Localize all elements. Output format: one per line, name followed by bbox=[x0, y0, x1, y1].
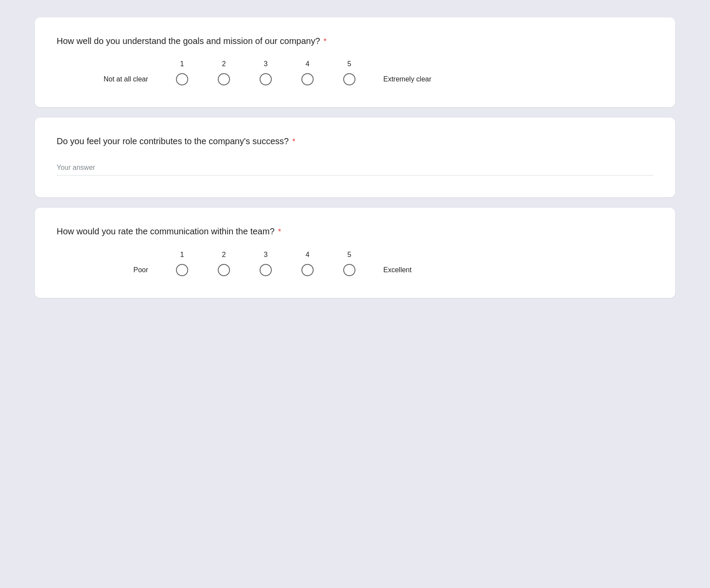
question-card-1: How well do you understand the goals and… bbox=[35, 17, 675, 107]
scale-num-1-2: 2 bbox=[203, 60, 245, 68]
scale-num-3-4: 4 bbox=[287, 251, 328, 259]
radio-option-3-5[interactable] bbox=[328, 264, 370, 276]
question-card-2: Do you feel your role contributes to the… bbox=[35, 118, 675, 197]
scale-options-1: Not at all clear Extremely clear bbox=[65, 73, 431, 85]
radio-circle-1-4[interactable] bbox=[301, 73, 314, 85]
radio-circle-1-2[interactable] bbox=[218, 73, 230, 85]
radio-circle-1-3[interactable] bbox=[260, 73, 272, 85]
scale-options-3: Poor Excellent bbox=[65, 264, 412, 276]
radio-option-3-3[interactable] bbox=[245, 264, 287, 276]
radio-option-3-2[interactable] bbox=[203, 264, 245, 276]
scale-numbers-1: 1 2 3 4 5 bbox=[161, 60, 370, 68]
radio-option-3-4[interactable] bbox=[287, 264, 328, 276]
radio-option-1-4[interactable] bbox=[287, 73, 328, 85]
scale-num-1-3: 3 bbox=[245, 60, 287, 68]
question-text-1: How well do you understand the goals and… bbox=[57, 36, 320, 46]
scale-num-1-1: 1 bbox=[161, 60, 203, 68]
question-title-3: How would you rate the communication wit… bbox=[57, 225, 653, 237]
text-answer-input-2[interactable] bbox=[57, 160, 653, 176]
radio-circle-3-3[interactable] bbox=[260, 264, 272, 276]
scale-num-3-3: 3 bbox=[245, 251, 287, 259]
scale-label-left-1: Not at all clear bbox=[65, 75, 161, 83]
question-text-3: How would you rate the communication wit… bbox=[57, 226, 274, 236]
scale-label-right-3: Excellent bbox=[370, 266, 412, 274]
scale-num-1-5: 5 bbox=[328, 60, 370, 68]
radio-circle-3-4[interactable] bbox=[301, 264, 314, 276]
scale-num-3-5: 5 bbox=[328, 251, 370, 259]
required-indicator-3: * bbox=[276, 227, 281, 236]
scale-numbers-3: 1 2 3 4 5 bbox=[161, 251, 370, 259]
question-card-3: How would you rate the communication wit… bbox=[35, 208, 675, 297]
radio-circle-1-1[interactable] bbox=[176, 73, 188, 85]
radio-circle-1-5[interactable] bbox=[343, 73, 355, 85]
radio-option-1-2[interactable] bbox=[203, 73, 245, 85]
scale-num-3-1: 1 bbox=[161, 251, 203, 259]
radio-circle-3-2[interactable] bbox=[218, 264, 230, 276]
scale-container-3: 1 2 3 4 5 Poor Excellent bbox=[57, 251, 653, 276]
radio-option-1-3[interactable] bbox=[245, 73, 287, 85]
scale-num-3-2: 2 bbox=[203, 251, 245, 259]
required-indicator-1: * bbox=[321, 37, 327, 46]
radio-option-3-1[interactable] bbox=[161, 264, 203, 276]
text-input-container-2 bbox=[57, 160, 653, 176]
radio-circle-3-1[interactable] bbox=[176, 264, 188, 276]
question-title-1: How well do you understand the goals and… bbox=[57, 35, 653, 47]
question-text-2: Do you feel your role contributes to the… bbox=[57, 136, 289, 146]
radio-circle-3-5[interactable] bbox=[343, 264, 355, 276]
scale-label-left-3: Poor bbox=[65, 266, 161, 274]
question-title-2: Do you feel your role contributes to the… bbox=[57, 135, 653, 147]
scale-container-1: 1 2 3 4 5 Not at all clear Extremely cl bbox=[57, 60, 653, 85]
scale-num-1-4: 4 bbox=[287, 60, 328, 68]
radio-option-1-1[interactable] bbox=[161, 73, 203, 85]
scale-label-right-1: Extremely clear bbox=[370, 75, 431, 83]
required-indicator-2: * bbox=[290, 137, 295, 146]
radio-option-1-5[interactable] bbox=[328, 73, 370, 85]
